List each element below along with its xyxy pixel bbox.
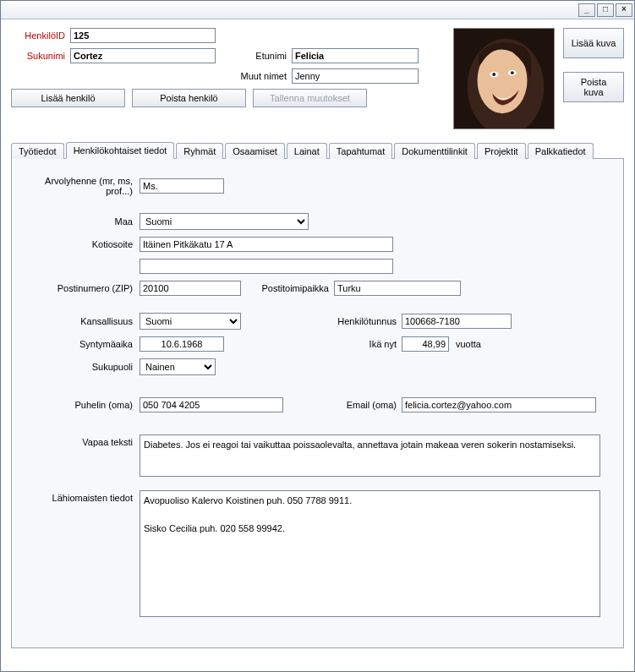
delete-person-button[interactable]: Poista henkilö [132,89,246,107]
country-select[interactable]: Suomi [140,213,309,230]
tab-salary[interactable]: Palkkatiedot [528,143,594,159]
svg-point-5 [492,73,495,76]
maximize-button[interactable]: □ [597,3,614,17]
label-ssn: Henkilötunnus [241,316,402,326]
label-kin-info: Lähiomaisten tiedot [25,490,140,503]
free-text-area[interactable] [140,434,600,477]
label-age-unit: vuotta [449,339,491,349]
remove-photo-button[interactable]: Poista kuva [563,72,624,102]
tab-groups[interactable]: Ryhmät [176,143,223,159]
tab-loans[interactable]: Lainat [287,143,327,159]
tab-doclinks[interactable]: Dokumenttilinkit [394,143,475,159]
label-home-address: Kotiosoite [25,239,140,249]
tab-skills[interactable]: Osaamiset [225,143,285,159]
firstname-field[interactable] [292,48,419,63]
label-country: Maa [25,216,140,227]
person-id-field[interactable] [70,28,216,43]
label-free-text: Vapaa teksti [25,434,140,447]
label-birthdate: Syntymäaika [25,339,140,349]
label-phone: Puhelin (oma) [25,400,140,410]
tab-events[interactable]: Tapahtumat [329,143,392,159]
kin-info-area[interactable] [140,490,600,617]
surname-field[interactable] [70,48,216,63]
gender-select[interactable]: Nainen [140,358,216,375]
zip-field[interactable] [140,281,241,296]
othernames-field[interactable] [292,68,419,84]
label-zip: Postinumero (ZIP) [25,283,140,293]
email-field[interactable] [402,397,596,412]
label-othernames: Muut nimet [233,71,292,81]
tab-strip: Työtiedot Henkilökohtaiset tiedot Ryhmät… [11,141,624,158]
label-firstname: Etunimi [233,51,292,61]
person-photo [453,28,555,129]
label-surname: Sukunimi [11,51,70,61]
tab-panel-personal: Arvolyhenne (mr, ms, prof...) Maa Suomi … [11,158,624,648]
titlebar: _ □ × [1,1,634,19]
age-now-field [402,336,449,352]
home-address-field[interactable] [140,237,393,252]
close-button[interactable]: × [616,3,632,17]
label-person-id: HenkilöID [11,30,70,41]
birthdate-field[interactable] [140,336,224,352]
label-gender: Sukupuoli [25,362,140,372]
phone-field[interactable] [140,397,283,412]
label-email: Email (oma) [283,400,402,410]
add-photo-button[interactable]: Lisää kuva [563,28,624,58]
label-age-now: Ikä nyt [224,339,402,349]
label-title: Arvolyhenne (mr, ms, prof...) [25,176,140,196]
tab-worktiedot[interactable]: Työtiedot [11,143,64,159]
tab-personal[interactable]: Henkilökohtaiset tiedot [66,142,175,159]
save-changes-button: Tallenna muutokset [253,89,367,107]
content-area: HenkilöID Sukunimi Etunimi Muut nimet L [1,19,634,671]
minimize-button[interactable]: _ [578,3,595,17]
title-field[interactable] [140,178,224,194]
tab-projects[interactable]: Projektit [477,143,526,159]
ssn-field[interactable] [402,314,512,329]
nationality-select[interactable]: Suomi [140,313,241,330]
person-window: _ □ × HenkilöID Sukunimi Etunimi [0,0,635,672]
post-city-field[interactable] [334,281,461,296]
home-address2-field[interactable] [140,259,393,274]
add-person-button[interactable]: Lisää henkilö [11,89,125,107]
label-nationality: Kansallisuus [25,316,140,326]
svg-point-6 [511,71,514,74]
label-post-city: Postitoimipaikka [241,283,334,293]
